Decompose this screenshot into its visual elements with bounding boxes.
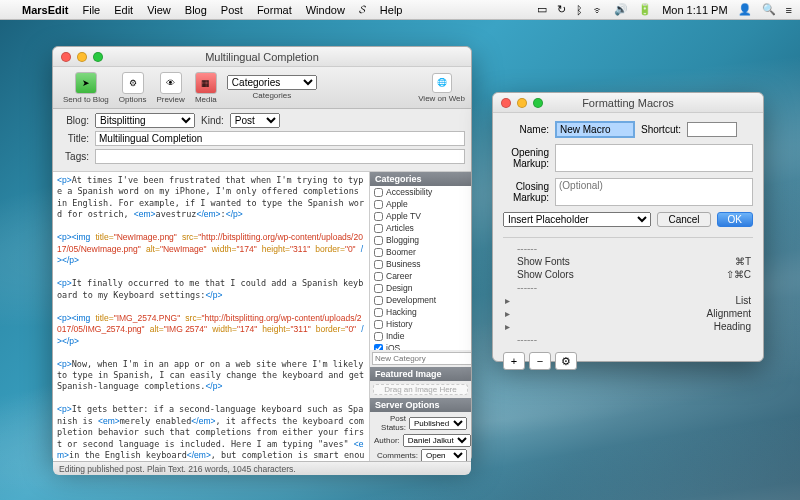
category-item[interactable]: Career [370,270,471,282]
menu-help[interactable]: Help [380,4,403,16]
show-fonts-shortcut: ⌘T [735,256,751,267]
post-meta-form: Blog: Bitsplitting Kind: Post Title: Tag… [53,109,471,171]
group-alignment[interactable]: Alignment [707,308,751,319]
remove-macro-button[interactable]: − [529,352,551,370]
bluetooth-icon[interactable]: ᛒ [576,4,583,16]
featured-image-dropzone[interactable]: Drag an Image Here [373,384,468,395]
zoom-button[interactable] [93,52,103,62]
category-item[interactable]: Hacking [370,306,471,318]
ok-button[interactable]: OK [717,212,753,227]
menu-file[interactable]: File [82,4,100,16]
category-checkbox[interactable] [374,260,383,269]
close-button[interactable] [501,98,511,108]
menu-window[interactable]: Window [306,4,345,16]
wifi-icon[interactable]: ᯤ [593,4,604,16]
title-input[interactable] [95,131,465,146]
macro-settings-button[interactable]: ⚙ [555,352,577,370]
menu-script[interactable]: 𝓢 [359,3,366,16]
html-editor[interactable]: <p>At times I've been frustrated that wh… [53,171,369,461]
category-item[interactable]: Apple [370,198,471,210]
category-checkbox[interactable] [374,212,383,221]
minimize-button[interactable] [77,52,87,62]
spotlight-icon[interactable]: 🔍 [762,3,776,16]
tags-input[interactable] [95,149,465,164]
poststatus-select[interactable]: Published [409,417,467,430]
notification-icon[interactable]: ≡ [786,4,792,16]
category-item[interactable]: Development [370,294,471,306]
menu-post[interactable]: Post [221,4,243,16]
menu-format[interactable]: Format [257,4,292,16]
show-fonts-item[interactable]: Show Fonts [517,256,570,267]
opening-markup-label: Opening Markup: [503,147,549,169]
display-icon[interactable]: ▭ [537,3,547,16]
category-checkbox[interactable] [374,332,383,341]
view-on-web-button[interactable]: 🌐View on Web [418,73,465,103]
group-heading[interactable]: Heading [714,321,751,332]
menu-edit[interactable]: Edit [114,4,133,16]
category-checkbox[interactable] [374,308,383,317]
title-label: Title: [59,133,89,144]
categories-select[interactable]: Categories [227,75,317,90]
app-menu[interactable]: MarsEdit [22,4,68,16]
category-item[interactable]: History [370,318,471,330]
categories-label: Categories [227,91,317,100]
status-bar: Editing published post. Plain Text. 216 … [53,461,471,475]
category-checkbox[interactable] [374,284,383,293]
new-category-input[interactable] [372,352,471,365]
category-label: Apple TV [386,211,421,221]
category-item[interactable]: Business [370,258,471,270]
comments-select[interactable]: Open [421,449,467,461]
category-item[interactable]: Apple TV [370,210,471,222]
category-checkbox[interactable] [374,272,383,281]
category-checkbox[interactable] [374,320,383,329]
category-item[interactable]: Indie [370,330,471,342]
menu-blog[interactable]: Blog [185,4,207,16]
category-item[interactable]: Articles [370,222,471,234]
battery-icon[interactable]: 🔋 [638,3,652,16]
categories-list[interactable]: AccessibilityAppleApple TVArticlesBloggi… [370,186,471,350]
send-to-blog-button[interactable]: ➤Send to Blog [59,72,113,104]
user-icon[interactable]: 👤 [738,3,752,16]
macros-titlebar[interactable]: Formatting Macros [493,93,763,113]
category-item[interactable]: iOS [370,342,471,350]
category-item[interactable]: Design [370,282,471,294]
blog-select[interactable]: Bitsplitting [95,113,195,128]
insert-placeholder-select[interactable]: Insert Placeholder [503,212,651,227]
category-item[interactable]: Boomer [370,246,471,258]
categories-header: Categories [370,172,471,186]
menu-view[interactable]: View [147,4,171,16]
category-checkbox[interactable] [374,200,383,209]
category-checkbox[interactable] [374,236,383,245]
preview-button[interactable]: 👁Preview [152,72,188,104]
zoom-button[interactable] [533,98,543,108]
closing-markup-input[interactable] [555,178,753,206]
author-select[interactable]: Daniel Jalkut [403,434,471,447]
category-label: Design [386,283,412,293]
minimize-button[interactable] [517,98,527,108]
category-item[interactable]: Blogging [370,234,471,246]
macro-list[interactable]: ------ Show Fonts⌘T Show Colors⇧⌘C -----… [503,242,753,346]
cancel-button[interactable]: Cancel [657,212,710,227]
media-button[interactable]: ▦Media [191,72,221,104]
category-checkbox[interactable] [374,248,383,257]
kind-select[interactable]: Post [230,113,280,128]
macro-shortcut-input[interactable] [687,122,737,137]
add-macro-button[interactable]: + [503,352,525,370]
options-button[interactable]: ⚙Options [115,72,151,104]
volume-icon[interactable]: 🔊 [614,3,628,16]
category-checkbox[interactable] [374,188,383,197]
server-options-header: Server Options [370,398,471,412]
editor-titlebar[interactable]: Multilingual Completion [53,47,471,67]
clock[interactable]: Mon 1:11 PM [662,4,727,16]
category-label: Business [386,259,421,269]
opening-markup-input[interactable] [555,144,753,172]
sync-icon[interactable]: ↻ [557,3,566,16]
category-item[interactable]: Accessibility [370,186,471,198]
group-list[interactable]: List [735,295,751,306]
category-label: Accessibility [386,187,432,197]
category-checkbox[interactable] [374,296,383,305]
macro-name-input[interactable] [555,121,635,138]
category-checkbox[interactable] [374,224,383,233]
show-colors-item[interactable]: Show Colors [517,269,574,280]
close-button[interactable] [61,52,71,62]
